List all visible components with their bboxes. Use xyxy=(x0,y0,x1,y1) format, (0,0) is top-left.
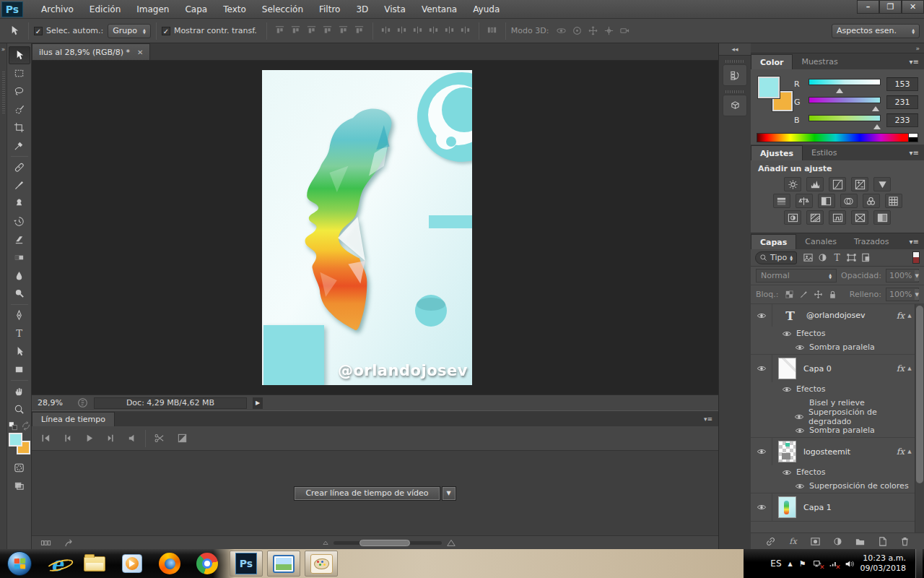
layer-row-capa-0[interactable]: Capa 0fx▲ xyxy=(751,355,915,382)
selective-color-icon[interactable] xyxy=(851,210,868,225)
tab-trazados[interactable]: Trazados xyxy=(845,234,897,249)
history-brush-tool[interactable] xyxy=(9,212,30,230)
effects-visibility-toggle[interactable] xyxy=(781,329,793,339)
internet-explorer-button[interactable]: e xyxy=(40,551,74,577)
effect-visibility-toggle[interactable] xyxy=(794,426,806,436)
start-button[interactable] xyxy=(3,551,36,577)
filter-type-layers-icon[interactable]: T xyxy=(829,251,844,264)
new-layer-button[interactable] xyxy=(876,535,889,548)
menu-item-texto[interactable]: Texto xyxy=(215,0,254,19)
collapse-effects-icon[interactable]: ▲ xyxy=(905,313,915,319)
layer-visibility-toggle[interactable] xyxy=(751,493,772,521)
green-slider[interactable] xyxy=(808,97,881,103)
zoom-in-mountain-icon[interactable] xyxy=(446,538,456,548)
black-white-icon[interactable] xyxy=(818,194,835,208)
levels-icon[interactable] xyxy=(806,177,824,191)
menu-item-ventana[interactable]: Ventana xyxy=(414,0,465,19)
threshold-icon[interactable] xyxy=(829,210,846,225)
file-explorer-button[interactable] xyxy=(78,551,111,577)
blend-mode-select[interactable]: Normal ▲▼ xyxy=(756,269,837,282)
transition-button[interactable] xyxy=(174,431,190,447)
filter-pixel-layers-icon[interactable] xyxy=(801,251,815,264)
auto-select-target-dropdown[interactable]: Grupo ▲▼ xyxy=(108,24,151,38)
panel-menu-icon[interactable]: ▾≡ xyxy=(910,58,924,66)
foreground-color-swatch[interactable] xyxy=(9,433,22,447)
history-panel-button[interactable] xyxy=(723,64,747,86)
collapse-panels-icon[interactable]: » xyxy=(915,45,920,52)
tab-muestras[interactable]: Muestras xyxy=(793,54,846,69)
tab-capas[interactable]: Capas xyxy=(751,234,796,249)
gradient-map-icon[interactable] xyxy=(873,210,891,225)
paint-button[interactable] xyxy=(305,551,338,577)
tab-estilos[interactable]: Estilos xyxy=(803,145,846,160)
filter-smart-objects-icon[interactable] xyxy=(858,251,873,264)
add-layer-mask-button[interactable] xyxy=(808,535,821,548)
clone-stamp-tool[interactable] xyxy=(9,194,30,212)
align-vertical-centers-icon[interactable] xyxy=(288,22,304,38)
first-frame-button[interactable] xyxy=(38,431,53,447)
restore-button[interactable]: ❐ xyxy=(879,0,902,14)
tab-canales[interactable]: Canales xyxy=(796,234,845,249)
create-timeline-dropdown-arrow[interactable]: ▼ xyxy=(443,487,456,500)
layer-visibility-toggle[interactable] xyxy=(751,355,772,382)
layer-row--orlandojosev[interactable]: T@orlandojosevfx▲ xyxy=(751,304,915,327)
workspace-dropdown[interactable]: Aspectos esen. ▲▼ xyxy=(832,24,920,38)
lasso-tool[interactable] xyxy=(9,82,30,100)
panel-menu-icon[interactable]: ▾≡ xyxy=(910,238,924,246)
color-spectrum-ramp[interactable] xyxy=(757,133,909,142)
fill-field[interactable]: 100% ▼ xyxy=(886,288,919,301)
action-center-flag-icon[interactable]: ⚑ xyxy=(799,559,806,569)
default-colors-icon[interactable] xyxy=(8,421,18,430)
spot-healing-brush-tool[interactable] xyxy=(9,158,30,176)
volume-icon[interactable] xyxy=(845,559,854,569)
gradient-tool[interactable] xyxy=(9,249,30,267)
align-right-edges-icon[interactable] xyxy=(352,22,367,38)
rectangular-marquee-tool[interactable] xyxy=(9,64,30,82)
mute-audio-button[interactable] xyxy=(124,431,140,447)
status-menu-icon[interactable] xyxy=(77,395,88,411)
effects-header-row[interactable]: Efectos xyxy=(751,465,915,479)
red-value-field[interactable]: 153 xyxy=(886,77,918,91)
media-player-button[interactable] xyxy=(116,551,149,577)
brightness-contrast-icon[interactable] xyxy=(784,177,801,191)
split-at-playhead-button[interactable] xyxy=(151,431,167,447)
show-transform-checkbox[interactable]: ✓ xyxy=(162,27,170,35)
layer-visibility-toggle[interactable] xyxy=(751,304,772,327)
document-size-field[interactable]: Doc: 4,29 MB/4,62 MB xyxy=(94,397,247,409)
layer-visibility-toggle[interactable] xyxy=(751,438,772,465)
align-top-edges-icon[interactable] xyxy=(272,22,288,38)
menu-item-3d[interactable]: 3D xyxy=(348,0,376,19)
foreground-color-swatch[interactable] xyxy=(758,77,780,98)
text-layer-icon[interactable]: T xyxy=(781,309,799,323)
menu-item-capa[interactable]: Capa xyxy=(177,0,215,19)
3d-camera-icon[interactable] xyxy=(616,23,632,39)
document-tab[interactable]: ilus al 28,9% (RGB/8) * ✕ xyxy=(32,43,150,60)
effects-visibility-toggle[interactable] xyxy=(781,384,793,394)
effect-row-sombra-paralela[interactable]: Sombra paralela xyxy=(751,340,915,354)
screen-mode-button[interactable] xyxy=(9,477,30,495)
filter-toggle-switch[interactable] xyxy=(912,251,920,264)
create-video-timeline-button[interactable]: Crear línea de tiempo de vídeo xyxy=(295,487,439,500)
pen-tool[interactable] xyxy=(9,306,30,324)
hidden-icons-arrow[interactable]: ▲ xyxy=(788,561,793,567)
close-button[interactable]: ✕ xyxy=(902,0,924,14)
photoshop-taskbar-button[interactable]: Ps xyxy=(230,551,263,577)
rectangle-tool[interactable] xyxy=(9,361,30,379)
3d-drag-icon[interactable] xyxy=(585,23,601,39)
type-tool[interactable]: T xyxy=(9,324,30,342)
color-balance-icon[interactable] xyxy=(796,194,813,208)
black-white-swatches[interactable] xyxy=(909,133,918,142)
lock-transparent-pixels-icon[interactable] xyxy=(783,288,796,301)
blur-tool[interactable] xyxy=(9,267,30,285)
filter-shape-layers-icon[interactable] xyxy=(844,251,858,264)
timeline-zoom-thumb[interactable] xyxy=(359,540,410,546)
distribute-horizontal-centers-icon[interactable] xyxy=(442,22,458,38)
quick-selection-tool[interactable] xyxy=(9,100,30,118)
green-value-field[interactable]: 231 xyxy=(886,95,918,109)
blue-value-field[interactable]: 233 xyxy=(886,113,918,127)
effect-row-superposicion-de-colores[interactable]: Superposición de colores xyxy=(751,479,915,493)
effect-visibility-toggle[interactable] xyxy=(794,342,806,353)
filter-adjustment-layers-icon[interactable] xyxy=(815,251,829,264)
layer-style-fx-badge[interactable]: fx xyxy=(897,447,905,457)
blue-slider-thumb[interactable] xyxy=(873,121,881,129)
